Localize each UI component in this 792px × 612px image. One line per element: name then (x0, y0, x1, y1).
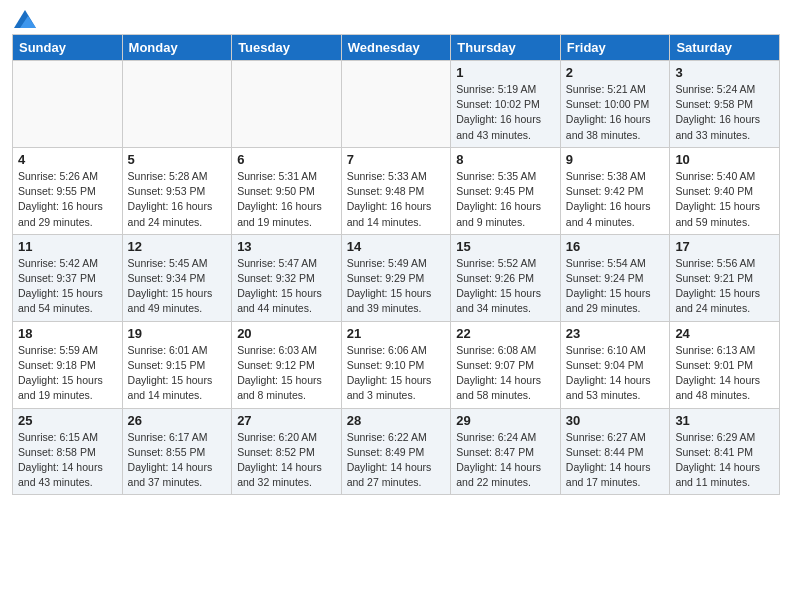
calendar-cell: 10Sunrise: 5:40 AM Sunset: 9:40 PM Dayli… (670, 147, 780, 234)
day-info: Sunrise: 5:38 AM Sunset: 9:42 PM Dayligh… (566, 169, 665, 230)
day-info: Sunrise: 6:06 AM Sunset: 9:10 PM Dayligh… (347, 343, 446, 404)
calendar-cell: 26Sunrise: 6:17 AM Sunset: 8:55 PM Dayli… (122, 408, 232, 495)
day-info: Sunrise: 6:24 AM Sunset: 8:47 PM Dayligh… (456, 430, 555, 491)
day-number: 1 (456, 65, 555, 80)
day-number: 26 (128, 413, 227, 428)
calendar-cell: 31Sunrise: 6:29 AM Sunset: 8:41 PM Dayli… (670, 408, 780, 495)
logo (12, 10, 36, 28)
day-info: Sunrise: 5:47 AM Sunset: 9:32 PM Dayligh… (237, 256, 336, 317)
calendar-cell: 16Sunrise: 5:54 AM Sunset: 9:24 PM Dayli… (560, 234, 670, 321)
day-number: 20 (237, 326, 336, 341)
day-info: Sunrise: 5:45 AM Sunset: 9:34 PM Dayligh… (128, 256, 227, 317)
calendar-cell: 24Sunrise: 6:13 AM Sunset: 9:01 PM Dayli… (670, 321, 780, 408)
day-info: Sunrise: 6:01 AM Sunset: 9:15 PM Dayligh… (128, 343, 227, 404)
calendar-cell: 9Sunrise: 5:38 AM Sunset: 9:42 PM Daylig… (560, 147, 670, 234)
calendar-cell: 22Sunrise: 6:08 AM Sunset: 9:07 PM Dayli… (451, 321, 561, 408)
day-info: Sunrise: 5:19 AM Sunset: 10:02 PM Daylig… (456, 82, 555, 143)
day-info: Sunrise: 5:35 AM Sunset: 9:45 PM Dayligh… (456, 169, 555, 230)
day-number: 13 (237, 239, 336, 254)
day-number: 17 (675, 239, 774, 254)
calendar-cell (13, 61, 123, 148)
page-container: SundayMondayTuesdayWednesdayThursdayFrid… (0, 0, 792, 503)
calendar-cell: 8Sunrise: 5:35 AM Sunset: 9:45 PM Daylig… (451, 147, 561, 234)
calendar-cell: 3Sunrise: 5:24 AM Sunset: 9:58 PM Daylig… (670, 61, 780, 148)
day-number: 14 (347, 239, 446, 254)
day-number: 4 (18, 152, 117, 167)
calendar-cell: 25Sunrise: 6:15 AM Sunset: 8:58 PM Dayli… (13, 408, 123, 495)
calendar-week-3: 11Sunrise: 5:42 AM Sunset: 9:37 PM Dayli… (13, 234, 780, 321)
calendar-header-row: SundayMondayTuesdayWednesdayThursdayFrid… (13, 35, 780, 61)
day-number: 12 (128, 239, 227, 254)
day-info: Sunrise: 6:17 AM Sunset: 8:55 PM Dayligh… (128, 430, 227, 491)
day-number: 2 (566, 65, 665, 80)
header-row (12, 10, 780, 28)
col-header-wednesday: Wednesday (341, 35, 451, 61)
day-info: Sunrise: 6:10 AM Sunset: 9:04 PM Dayligh… (566, 343, 665, 404)
day-number: 11 (18, 239, 117, 254)
calendar-cell: 15Sunrise: 5:52 AM Sunset: 9:26 PM Dayli… (451, 234, 561, 321)
calendar-cell: 19Sunrise: 6:01 AM Sunset: 9:15 PM Dayli… (122, 321, 232, 408)
day-info: Sunrise: 6:08 AM Sunset: 9:07 PM Dayligh… (456, 343, 555, 404)
calendar-cell: 20Sunrise: 6:03 AM Sunset: 9:12 PM Dayli… (232, 321, 342, 408)
day-info: Sunrise: 5:40 AM Sunset: 9:40 PM Dayligh… (675, 169, 774, 230)
day-number: 28 (347, 413, 446, 428)
calendar-cell (122, 61, 232, 148)
calendar-cell (341, 61, 451, 148)
calendar-cell: 2Sunrise: 5:21 AM Sunset: 10:00 PM Dayli… (560, 61, 670, 148)
calendar-week-1: 1Sunrise: 5:19 AM Sunset: 10:02 PM Dayli… (13, 61, 780, 148)
col-header-thursday: Thursday (451, 35, 561, 61)
calendar-cell: 4Sunrise: 5:26 AM Sunset: 9:55 PM Daylig… (13, 147, 123, 234)
day-info: Sunrise: 5:54 AM Sunset: 9:24 PM Dayligh… (566, 256, 665, 317)
day-info: Sunrise: 6:15 AM Sunset: 8:58 PM Dayligh… (18, 430, 117, 491)
day-info: Sunrise: 5:49 AM Sunset: 9:29 PM Dayligh… (347, 256, 446, 317)
calendar-cell: 18Sunrise: 5:59 AM Sunset: 9:18 PM Dayli… (13, 321, 123, 408)
col-header-tuesday: Tuesday (232, 35, 342, 61)
calendar-cell: 27Sunrise: 6:20 AM Sunset: 8:52 PM Dayli… (232, 408, 342, 495)
calendar-cell: 11Sunrise: 5:42 AM Sunset: 9:37 PM Dayli… (13, 234, 123, 321)
day-number: 30 (566, 413, 665, 428)
day-number: 9 (566, 152, 665, 167)
logo-icon (14, 10, 36, 28)
day-info: Sunrise: 5:24 AM Sunset: 9:58 PM Dayligh… (675, 82, 774, 143)
day-number: 18 (18, 326, 117, 341)
day-number: 25 (18, 413, 117, 428)
day-info: Sunrise: 6:03 AM Sunset: 9:12 PM Dayligh… (237, 343, 336, 404)
calendar-cell: 14Sunrise: 5:49 AM Sunset: 9:29 PM Dayli… (341, 234, 451, 321)
day-info: Sunrise: 5:21 AM Sunset: 10:00 PM Daylig… (566, 82, 665, 143)
calendar-cell: 29Sunrise: 6:24 AM Sunset: 8:47 PM Dayli… (451, 408, 561, 495)
day-number: 16 (566, 239, 665, 254)
calendar-week-4: 18Sunrise: 5:59 AM Sunset: 9:18 PM Dayli… (13, 321, 780, 408)
day-info: Sunrise: 5:26 AM Sunset: 9:55 PM Dayligh… (18, 169, 117, 230)
day-info: Sunrise: 5:28 AM Sunset: 9:53 PM Dayligh… (128, 169, 227, 230)
day-info: Sunrise: 5:56 AM Sunset: 9:21 PM Dayligh… (675, 256, 774, 317)
day-info: Sunrise: 5:33 AM Sunset: 9:48 PM Dayligh… (347, 169, 446, 230)
day-info: Sunrise: 5:31 AM Sunset: 9:50 PM Dayligh… (237, 169, 336, 230)
day-info: Sunrise: 6:29 AM Sunset: 8:41 PM Dayligh… (675, 430, 774, 491)
calendar-cell: 28Sunrise: 6:22 AM Sunset: 8:49 PM Dayli… (341, 408, 451, 495)
calendar-cell: 30Sunrise: 6:27 AM Sunset: 8:44 PM Dayli… (560, 408, 670, 495)
calendar-cell: 12Sunrise: 5:45 AM Sunset: 9:34 PM Dayli… (122, 234, 232, 321)
day-number: 5 (128, 152, 227, 167)
day-number: 31 (675, 413, 774, 428)
calendar-week-2: 4Sunrise: 5:26 AM Sunset: 9:55 PM Daylig… (13, 147, 780, 234)
day-number: 29 (456, 413, 555, 428)
day-number: 8 (456, 152, 555, 167)
day-info: Sunrise: 6:22 AM Sunset: 8:49 PM Dayligh… (347, 430, 446, 491)
calendar-cell (232, 61, 342, 148)
day-number: 19 (128, 326, 227, 341)
day-number: 7 (347, 152, 446, 167)
day-info: Sunrise: 5:42 AM Sunset: 9:37 PM Dayligh… (18, 256, 117, 317)
day-number: 10 (675, 152, 774, 167)
day-info: Sunrise: 6:20 AM Sunset: 8:52 PM Dayligh… (237, 430, 336, 491)
calendar-cell: 23Sunrise: 6:10 AM Sunset: 9:04 PM Dayli… (560, 321, 670, 408)
col-header-saturday: Saturday (670, 35, 780, 61)
day-info: Sunrise: 5:59 AM Sunset: 9:18 PM Dayligh… (18, 343, 117, 404)
calendar-cell: 21Sunrise: 6:06 AM Sunset: 9:10 PM Dayli… (341, 321, 451, 408)
calendar-cell: 5Sunrise: 5:28 AM Sunset: 9:53 PM Daylig… (122, 147, 232, 234)
day-info: Sunrise: 6:13 AM Sunset: 9:01 PM Dayligh… (675, 343, 774, 404)
day-number: 3 (675, 65, 774, 80)
col-header-friday: Friday (560, 35, 670, 61)
calendar-cell: 13Sunrise: 5:47 AM Sunset: 9:32 PM Dayli… (232, 234, 342, 321)
calendar-cell: 17Sunrise: 5:56 AM Sunset: 9:21 PM Dayli… (670, 234, 780, 321)
calendar-cell: 6Sunrise: 5:31 AM Sunset: 9:50 PM Daylig… (232, 147, 342, 234)
